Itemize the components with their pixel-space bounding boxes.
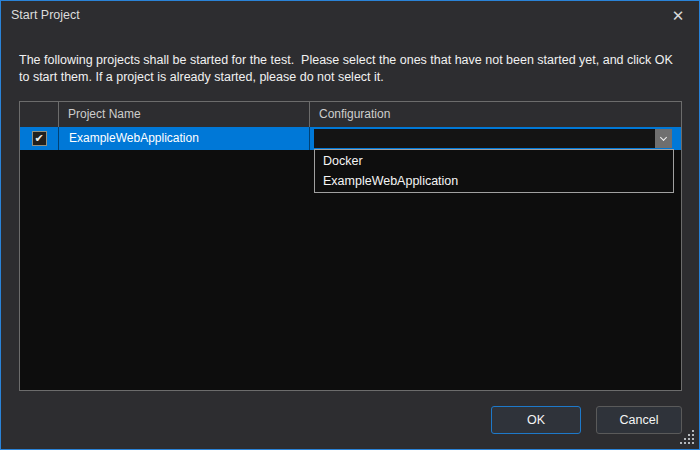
resize-grip-dots-icon	[680, 430, 682, 432]
column-header-select[interactable]	[20, 102, 59, 127]
project-checkbox[interactable]: ✔	[32, 131, 47, 146]
instructions-text: The following projects shall be started …	[19, 52, 683, 86]
table-header-row: Project Name Configuration	[20, 102, 681, 127]
project-name-cell: ExampleWebApplication	[59, 127, 310, 150]
start-project-dialog: Start Project ✕ The following projects s…	[0, 0, 700, 450]
configuration-dropdown-popup: Docker ExampleWebApplication	[314, 149, 674, 193]
ok-button[interactable]: OK	[491, 406, 581, 434]
projects-table: Project Name Configuration ✔ ExampleWebA…	[19, 101, 682, 391]
combobox-value	[314, 129, 655, 148]
combobox-dropdown-button[interactable]	[655, 129, 672, 148]
configuration-combobox[interactable]	[314, 129, 672, 148]
chevron-down-icon	[660, 133, 667, 140]
titlebar[interactable]: Start Project ✕	[1, 1, 699, 31]
window-title: Start Project	[11, 8, 80, 22]
cancel-button[interactable]: Cancel	[596, 406, 682, 434]
dropdown-option-docker[interactable]: Docker	[315, 151, 673, 171]
table-row[interactable]: ✔ ExampleWebApplication	[20, 127, 681, 150]
column-header-configuration[interactable]: Configuration	[310, 102, 681, 127]
dropdown-option-examplewebapplication[interactable]: ExampleWebApplication	[315, 171, 673, 191]
close-icon[interactable]: ✕	[668, 6, 688, 26]
column-header-project-name[interactable]: Project Name	[59, 102, 310, 127]
configuration-cell	[310, 127, 681, 150]
checkbox-cell: ✔	[20, 127, 59, 150]
resize-grip[interactable]	[680, 430, 696, 446]
